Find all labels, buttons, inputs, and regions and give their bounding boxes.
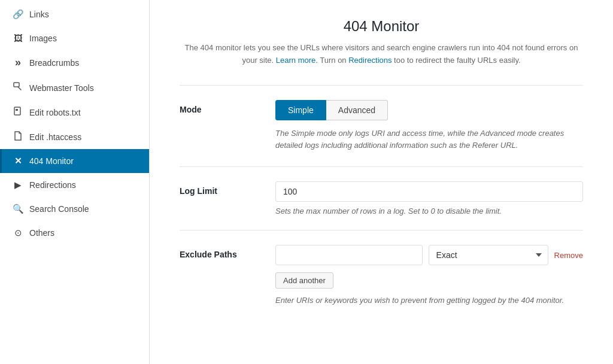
sidebar: 🔗 Links 🖼 Images » Breadcrumbs Webmaster… xyxy=(0,0,150,364)
remove-link[interactable]: Remove xyxy=(554,251,583,260)
exclude-path-input[interactable] xyxy=(275,245,423,265)
add-another-button[interactable]: Add another xyxy=(275,272,333,289)
monitor-icon: ✕ xyxy=(13,156,23,166)
svg-rect-0 xyxy=(14,83,19,87)
mode-label: Mode xyxy=(180,100,275,114)
description-end: too to redirect the faulty URLs easily. xyxy=(394,56,520,65)
sidebar-item-404-monitor[interactable]: ✕ 404 Monitor xyxy=(0,149,149,173)
robots-icon xyxy=(13,107,23,118)
mode-description: The Simple mode only logs URI and access… xyxy=(275,128,583,153)
log-limit-input[interactable] xyxy=(275,181,583,202)
sidebar-item-search-console[interactable]: 🔍 Search Console xyxy=(0,197,149,221)
sidebar-item-edit-htaccess[interactable]: Edit .htaccess xyxy=(0,125,149,149)
sidebar-item-label: Search Console xyxy=(29,204,89,214)
description-suffix: Turn on xyxy=(320,56,348,65)
sidebar-item-label: 404 Monitor xyxy=(29,156,74,166)
webmaster-icon xyxy=(13,82,23,93)
svg-rect-1 xyxy=(14,107,20,115)
page-title: 404 Monitor xyxy=(180,18,583,35)
sidebar-item-links[interactable]: 🔗 Links xyxy=(0,2,149,26)
learn-more-link[interactable]: Learn more. xyxy=(276,56,318,65)
mode-row: Mode Simple Advanced The Simple mode onl… xyxy=(180,100,583,168)
log-limit-control: Sets the max number of rows in a log. Se… xyxy=(275,181,583,216)
page-description: The 404 monitor lets you see the URLs wh… xyxy=(180,42,583,67)
log-limit-row: Log Limit Sets the max number of rows in… xyxy=(180,181,583,230)
sidebar-item-others[interactable]: ⊙ Others xyxy=(0,221,149,245)
redirections-link[interactable]: Redirections xyxy=(348,56,392,65)
mode-advanced-button[interactable]: Advanced xyxy=(326,100,388,120)
sidebar-item-label: Redirections xyxy=(29,180,76,190)
sidebar-item-images[interactable]: 🖼 Images xyxy=(0,26,149,50)
sidebar-item-breadcrumbs[interactable]: » Breadcrumbs xyxy=(0,50,149,75)
exclude-hint: Enter URIs or keywords you wish to preve… xyxy=(275,295,583,307)
log-limit-label: Log Limit xyxy=(180,181,275,196)
sidebar-item-label: Images xyxy=(29,34,57,43)
exclude-paths-row: Exclude Paths Exact Contains Starts with… xyxy=(180,245,583,321)
sidebar-item-edit-robots[interactable]: Edit robots.txt xyxy=(0,100,149,125)
sidebar-item-redirections[interactable]: ▶ Redirections xyxy=(0,173,149,197)
sidebar-item-label: Breadcrumbs xyxy=(29,58,79,68)
mode-simple-button[interactable]: Simple xyxy=(275,100,326,120)
sidebar-item-label: Others xyxy=(29,228,54,238)
sidebar-item-label: Webmaster Tools xyxy=(29,83,94,93)
sidebar-item-webmaster-tools[interactable]: Webmaster Tools xyxy=(0,75,149,100)
log-limit-hint: Sets the max number of rows in a log. Se… xyxy=(275,207,583,216)
sidebar-item-label: Edit .htaccess xyxy=(29,132,81,142)
exclude-type-select[interactable]: Exact Contains Starts with Ends with Reg… xyxy=(429,245,548,265)
image-icon: 🖼 xyxy=(13,33,23,43)
htaccess-icon xyxy=(13,131,23,142)
redirect-icon: ▶ xyxy=(13,180,23,190)
sidebar-item-label: Links xyxy=(29,10,49,19)
sidebar-item-label: Edit robots.txt xyxy=(29,108,81,117)
exclude-paths-control: Exact Contains Starts with Ends with Reg… xyxy=(275,245,583,307)
exclude-path-entry: Exact Contains Starts with Ends with Reg… xyxy=(275,245,583,265)
search-icon: 🔍 xyxy=(13,204,23,214)
breadcrumb-icon: » xyxy=(13,56,23,69)
others-icon: ⊙ xyxy=(13,228,23,238)
svg-rect-2 xyxy=(16,109,18,111)
exclude-paths-label: Exclude Paths xyxy=(180,245,275,259)
mode-buttons: Simple Advanced xyxy=(275,100,583,120)
mode-control: Simple Advanced The Simple mode only log… xyxy=(275,100,583,153)
link-icon: 🔗 xyxy=(13,9,23,20)
divider xyxy=(180,85,583,86)
main-content: 404 Monitor The 404 monitor lets you see… xyxy=(150,0,613,364)
